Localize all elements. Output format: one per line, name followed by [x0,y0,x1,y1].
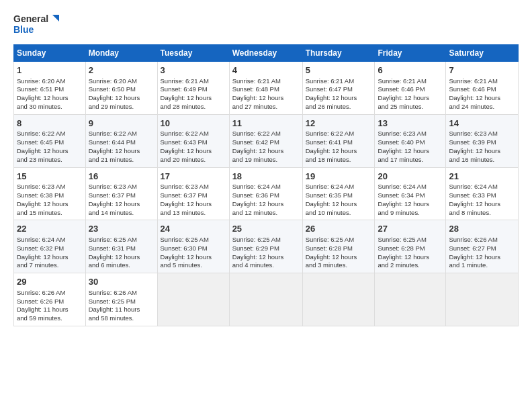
day-info-line: Daylight: 12 hours [161,94,226,103]
day-info-line: Daylight: 12 hours [17,147,83,156]
day-number: 22 [17,223,83,235]
day-info-line: Sunset: 6:32 PM [17,244,83,253]
calendar-cell: 16Sunrise: 6:23 AMSunset: 6:37 PMDayligh… [85,167,157,220]
day-info-line: Sunset: 6:50 PM [89,85,154,94]
day-info-line: Daylight: 12 hours [306,253,372,262]
calendar-cell: 27Sunrise: 6:25 AMSunset: 6:28 PMDayligh… [375,220,446,273]
day-info-line: Sunset: 6:49 PM [161,85,226,94]
day-info-line: Sunset: 6:36 PM [232,191,300,200]
header: General Blue [13,11,519,38]
day-info-line: Sunrise: 6:25 AM [232,236,300,244]
calendar-cell [375,273,446,326]
calendar-cell [157,273,229,326]
day-info-line: Daylight: 12 hours [232,147,300,156]
calendar-cell: 9Sunrise: 6:22 AMSunset: 6:44 PMDaylight… [85,114,157,167]
day-info-line: and 21 minutes. [89,156,154,165]
day-number: 25 [232,223,300,235]
day-info-line: Sunset: 6:26 PM [17,298,83,306]
day-info-line: Sunrise: 6:25 AM [378,236,443,244]
day-number: 20 [378,171,443,183]
svg-text:General: General [13,13,48,24]
day-info-line: and 28 minutes. [161,103,226,111]
day-info-line: Sunrise: 6:22 AM [17,130,83,138]
calendar-cell: 10Sunrise: 6:22 AMSunset: 6:43 PMDayligh… [157,114,229,167]
day-number: 3 [161,64,226,77]
column-header-monday: Monday [85,45,157,62]
calendar-cell: 8Sunrise: 6:22 AMSunset: 6:45 PMDaylight… [14,114,86,167]
calendar-cell: 23Sunrise: 6:25 AMSunset: 6:31 PMDayligh… [85,220,157,273]
calendar-cell: 1Sunrise: 6:20 AMSunset: 6:51 PMDaylight… [14,62,86,115]
day-info-line: Daylight: 12 hours [306,147,372,156]
calendar-cell: 17Sunrise: 6:23 AMSunset: 6:37 PMDayligh… [157,167,229,220]
day-info-line: Daylight: 12 hours [89,94,154,103]
calendar-week-5: 29Sunrise: 6:26 AMSunset: 6:26 PMDayligh… [14,273,519,326]
calendar-cell: 25Sunrise: 6:25 AMSunset: 6:29 PMDayligh… [229,220,302,273]
column-header-thursday: Thursday [302,45,375,62]
day-info-line: Sunset: 6:48 PM [232,85,300,94]
svg-marker-2 [52,15,59,21]
day-info-line: Sunset: 6:40 PM [378,138,443,147]
day-info-line: Sunset: 6:34 PM [378,191,443,200]
day-info-line: Sunset: 6:41 PM [306,138,372,147]
day-info-line: Sunrise: 6:24 AM [306,183,372,191]
calendar-cell: 18Sunrise: 6:24 AMSunset: 6:36 PMDayligh… [229,167,302,220]
calendar-cell: 3Sunrise: 6:21 AMSunset: 6:49 PMDaylight… [157,62,229,115]
day-number: 9 [89,118,154,130]
day-info-line: Sunset: 6:43 PM [161,138,226,147]
day-info-line: Daylight: 12 hours [378,147,443,156]
day-info-line: Sunrise: 6:21 AM [378,77,443,86]
day-info-line: Sunrise: 6:26 AM [89,289,154,298]
day-info-line: Daylight: 12 hours [449,147,515,156]
day-info-line: Sunset: 6:28 PM [378,244,443,253]
day-info-line: Sunset: 6:45 PM [17,138,83,147]
day-number: 10 [161,118,226,130]
day-info-line: Sunrise: 6:22 AM [306,130,372,138]
day-info-line: Sunset: 6:38 PM [17,191,83,200]
calendar-cell: 4Sunrise: 6:21 AMSunset: 6:48 PMDaylight… [229,62,302,115]
page: General Blue SundayMondayTuesdayWednesda… [0,0,532,411]
day-info-line: Sunrise: 6:21 AM [232,77,300,86]
calendar-header-row: SundayMondayTuesdayWednesdayThursdayFrid… [14,45,519,62]
column-header-wednesday: Wednesday [229,45,302,62]
day-info-line: Sunset: 6:27 PM [449,244,515,253]
day-info-line: Sunrise: 6:21 AM [306,77,372,86]
day-info-line: Daylight: 12 hours [17,253,83,262]
day-info-line: Sunrise: 6:22 AM [232,130,300,138]
day-info-line: Sunset: 6:35 PM [306,191,372,200]
day-number: 5 [306,64,372,77]
day-number: 1 [17,64,83,77]
day-number: 16 [89,171,154,183]
calendar-cell: 12Sunrise: 6:22 AMSunset: 6:41 PMDayligh… [302,114,375,167]
svg-text:Blue: Blue [13,24,34,35]
day-info-line: Sunset: 6:37 PM [161,191,226,200]
logo-svg: General Blue [13,11,60,38]
day-info-line: and 19 minutes. [232,156,300,165]
day-info-line: and 14 minutes. [89,209,154,218]
day-info-line: and 13 minutes. [161,209,226,218]
day-info-line: Sunset: 6:44 PM [89,138,154,147]
calendar-cell: 30Sunrise: 6:26 AMSunset: 6:25 PMDayligh… [85,273,157,326]
day-info-line: Daylight: 12 hours [17,94,83,103]
day-info-line: Daylight: 11 hours [17,306,83,314]
day-info-line: Sunrise: 6:26 AM [17,289,83,298]
day-info-line: Sunrise: 6:23 AM [449,130,515,138]
day-info-line: and 2 minutes. [378,261,443,270]
day-info-line: Sunrise: 6:21 AM [449,77,515,86]
day-info-line: and 23 minutes. [17,156,83,165]
day-info-line: Daylight: 12 hours [378,253,443,262]
day-info-line: and 1 minute. [449,261,515,270]
day-info-line: Sunrise: 6:24 AM [378,183,443,191]
day-info-line: Daylight: 12 hours [232,200,300,209]
day-info-line: Daylight: 12 hours [378,94,443,103]
calendar-week-3: 15Sunrise: 6:23 AMSunset: 6:38 PMDayligh… [14,167,519,220]
day-info-line: Sunset: 6:46 PM [378,85,443,94]
calendar-cell: 11Sunrise: 6:22 AMSunset: 6:42 PMDayligh… [229,114,302,167]
day-info-line: Sunset: 6:33 PM [449,191,515,200]
day-info-line: and 26 minutes. [306,103,372,111]
day-info-line: and 12 minutes. [232,209,300,218]
day-info-line: and 29 minutes. [89,103,154,111]
day-info-line: and 4 minutes. [232,261,300,270]
calendar-cell: 28Sunrise: 6:26 AMSunset: 6:27 PMDayligh… [446,220,519,273]
day-info-line: Sunrise: 6:24 AM [449,183,515,191]
calendar-week-4: 22Sunrise: 6:24 AMSunset: 6:32 PMDayligh… [14,220,519,273]
